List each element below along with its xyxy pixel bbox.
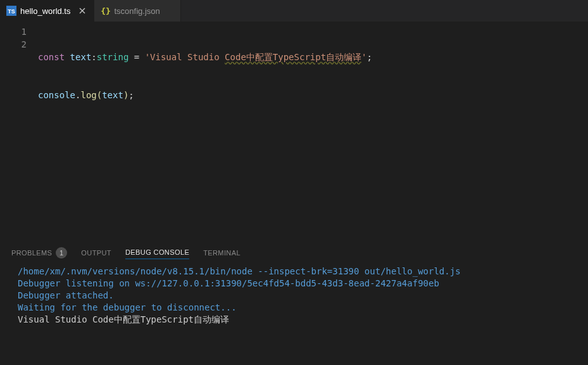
token-type: string <box>97 52 129 62</box>
code-editor[interactable]: 1 2 const text:string = 'Visual Studio C… <box>0 22 588 241</box>
tab-hello-world-ts[interactable]: TS hello_world.ts <box>0 0 94 22</box>
token-colon: : <box>91 52 96 62</box>
token-string-quote: ' <box>145 52 150 62</box>
token-paren: ( <box>97 90 102 100</box>
panel-tab-terminal[interactable]: TERMINAL <box>203 247 241 259</box>
panel-tab-label: DEBUG CONSOLE <box>125 248 189 256</box>
token-semicolon: ; <box>367 52 372 62</box>
token-argument: text <box>102 90 123 100</box>
panel-tab-label: OUTPUT <box>81 249 111 257</box>
console-line: Waiting for the debugger to disconnect..… <box>18 302 570 314</box>
token-keyword: const <box>38 52 65 62</box>
token-function: log <box>80 90 96 100</box>
debug-console-content[interactable]: /home/xm/.nvm/versions/node/v8.15.1/bin/… <box>0 263 588 365</box>
console-line: Debugger listening on ws://127.0.0.1:313… <box>18 278 570 290</box>
console-line: /home/xm/.nvm/versions/node/v8.15.1/bin/… <box>18 266 570 278</box>
bottom-panel: PROBLEMS 1 OUTPUT DEBUG CONSOLE TERMINAL… <box>0 241 588 365</box>
tab-bar: TS hello_world.ts {} tsconfig.json <box>0 0 588 22</box>
panel-tab-bar: PROBLEMS 1 OUTPUT DEBUG CONSOLE TERMINAL <box>0 242 588 263</box>
panel-tab-output[interactable]: OUTPUT <box>81 247 111 259</box>
code-content[interactable]: const text:string = 'Visual Studio Code中… <box>38 25 588 241</box>
panel-tab-label: PROBLEMS <box>11 249 52 257</box>
line-number: 1 <box>0 25 27 38</box>
code-line: console.log(text); <box>38 89 588 101</box>
svg-text:{}: {} <box>101 6 111 16</box>
panel-tab-debug-console[interactable]: DEBUG CONSOLE <box>125 246 189 259</box>
tab-label: hello_world.ts <box>20 6 71 16</box>
token-semicolon: ; <box>128 90 134 100</box>
line-number-gutter: 1 2 <box>0 25 38 241</box>
console-line: Visual Studio Code中配置TypeScript自动编译 <box>18 314 570 326</box>
ts-file-icon: TS <box>6 6 16 16</box>
token-equals: = <box>134 52 139 62</box>
problems-count-badge: 1 <box>56 247 67 259</box>
tab-label: tsconfig.json <box>115 6 160 16</box>
line-number: 2 <box>0 38 27 51</box>
close-icon[interactable] <box>77 6 87 16</box>
token-variable: text <box>70 52 92 62</box>
json-file-icon: {} <box>101 6 111 16</box>
token-string: Visual Studio <box>150 52 225 62</box>
panel-tab-label: TERMINAL <box>203 249 241 257</box>
code-line: const text:string = 'Visual Studio Code中… <box>38 51 588 63</box>
console-line: Debugger attached. <box>18 290 570 302</box>
panel-tab-problems[interactable]: PROBLEMS 1 <box>11 245 67 261</box>
svg-text:TS: TS <box>8 8 15 15</box>
tab-tsconfig-json[interactable]: {} tsconfig.json <box>94 0 181 22</box>
token-string-quote: ' <box>361 52 366 62</box>
token-string-spellcheck: Code中配置TypeScript自动编译 <box>225 52 361 62</box>
token-object: console <box>38 90 75 100</box>
